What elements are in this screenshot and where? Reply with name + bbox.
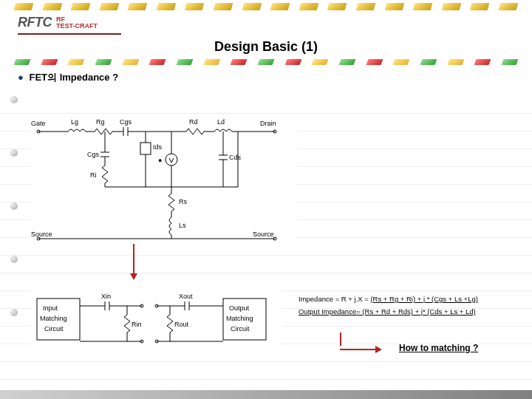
svg-rect-7 xyxy=(140,143,151,154)
arrow-down-icon xyxy=(133,244,137,280)
logo-underline xyxy=(18,33,121,35)
label-ri: Ri xyxy=(90,171,97,179)
logo-main: RFTC xyxy=(18,15,52,30)
label-cgs-top: Cgs xyxy=(120,118,132,126)
gm-marker: ● xyxy=(158,157,162,164)
arrow-right-icon xyxy=(340,332,382,353)
svg-text:Input: Input xyxy=(43,304,58,312)
color-bar-row xyxy=(0,58,532,68)
section-heading: ● FET의 Impedance ? xyxy=(18,71,532,84)
svg-point-18 xyxy=(166,154,177,166)
label-rs: Rs xyxy=(179,198,187,205)
section-heading-text: FET의 Impedance ? xyxy=(29,72,118,83)
label-source-l: Source xyxy=(31,231,52,238)
svg-text:Circuit: Circuit xyxy=(231,325,250,332)
label-xout: Xout xyxy=(179,293,193,300)
label-rout: Rout xyxy=(174,321,189,328)
label-source-r: Source xyxy=(253,231,274,238)
svg-text:Matching: Matching xyxy=(40,315,67,322)
how-to-matching: How to matching ? xyxy=(399,343,478,353)
label-ids: Ids xyxy=(153,143,163,151)
impedance-equations: Impedance = R + j.X = (Rs + Rg + Ri) + j… xyxy=(299,293,478,318)
svg-text:Output: Output xyxy=(229,304,250,312)
left-margin-dots xyxy=(10,96,18,362)
matching-circuit: Input Matching Circuit Xin Rin Xout Rout… xyxy=(31,284,282,358)
page-title: Design Basic (1) xyxy=(0,39,532,55)
svg-text:Matching: Matching xyxy=(226,315,253,322)
label-cds: Cds xyxy=(229,154,242,161)
logo-sub: RFTEST-CRAFT xyxy=(56,16,98,30)
gold-bar-row-top xyxy=(0,0,532,13)
svg-text:Circuit: Circuit xyxy=(44,325,64,332)
label-xin: Xin xyxy=(101,293,111,300)
label-rg: Rg xyxy=(96,118,105,126)
eq-input-impedance: Impedance = R + j.X = (Rs + Rg + Ri) + j… xyxy=(299,293,478,305)
label-cgs-left: Cgs xyxy=(87,151,100,158)
label-rin: Rin xyxy=(132,321,142,328)
label-ls: Ls xyxy=(179,222,186,229)
logo: RFTC RFTEST-CRAFT xyxy=(0,13,532,33)
bottom-bar xyxy=(0,390,532,399)
label-lg: Lg xyxy=(71,118,78,126)
label-gate: Gate xyxy=(31,120,46,127)
label-rd: Rd xyxy=(189,118,198,126)
bullet-icon: ● xyxy=(18,72,24,83)
fet-equivalent-circuit: Gate Lg Rg Cgs Rd Ld Drain Ids Cgs Ri ● … xyxy=(31,117,297,242)
eq-output-impedance: Output Impedance= (Rs + Rd + Rds) + j* (… xyxy=(299,305,478,318)
label-ld: Ld xyxy=(217,118,225,126)
label-drain: Drain xyxy=(260,120,276,127)
